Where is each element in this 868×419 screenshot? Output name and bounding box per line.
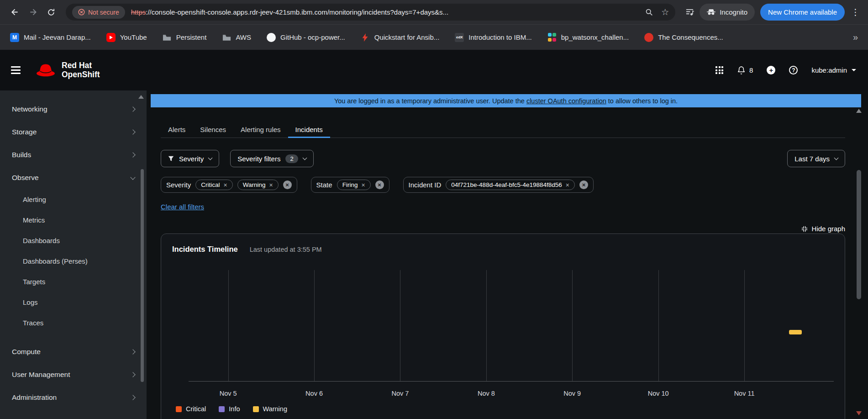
bookmark-bp-watsonx-challen[interactable]: bp_watsonx_challen...: [547, 33, 629, 42]
sidebar-item-dashboards[interactable]: Dashboards: [0, 230, 147, 251]
remove-chip-icon[interactable]: ×: [566, 182, 569, 188]
sidebar-item-networking[interactable]: Networking: [0, 98, 147, 121]
bookmark-the-consequences[interactable]: The Consequences...: [644, 33, 723, 42]
filter-chip-firing[interactable]: Firing×: [337, 180, 371, 190]
severity-filter-dropdown[interactable]: Severity: [161, 150, 219, 167]
forward-button[interactable]: [25, 4, 41, 21]
sidebar-item-logs[interactable]: Logs: [0, 292, 147, 313]
time-range-dropdown[interactable]: Last 7 days: [787, 150, 845, 167]
bookmark-quickstart-for-ansib[interactable]: Quickstart for Ansib...: [361, 33, 440, 42]
address-bar[interactable]: Not secure https://console-openshift-con…: [66, 4, 675, 21]
sidebar-item-traces[interactable]: Traces: [0, 313, 147, 333]
clear-filter-group-button[interactable]: ×: [579, 180, 588, 189]
sidebar-scrollbar-thumb[interactable]: [141, 169, 144, 382]
oauth-config-link[interactable]: cluster OAuth configuration: [526, 97, 606, 105]
bookmark-youtube[interactable]: YouTube: [106, 33, 147, 42]
tab-alerts[interactable]: Alerts: [161, 121, 193, 138]
masthead: Red Hat OpenShift 8 + ? kube:admin: [0, 50, 868, 90]
sidebar-item-user-management[interactable]: User Management: [0, 363, 147, 386]
sidebar-item-builds[interactable]: Builds: [0, 143, 147, 166]
remove-chip-icon[interactable]: ×: [269, 182, 273, 188]
bookmark-introduction-to-ibm[interactable]: edXIntroduction to IBM...: [455, 33, 531, 42]
x-tick-label: Nov 8: [478, 390, 495, 397]
brand-line-2: OpenShift: [62, 70, 100, 80]
sidebar-item-compute[interactable]: Compute: [0, 340, 147, 363]
hide-graph-button[interactable]: Hide graph: [161, 225, 845, 233]
filter-chip-04f721be-488d-4eaf-bfc5-4e19884f8d56[interactable]: 04f721be-488d-4eaf-bfc5-4e19884f8d56×: [446, 180, 575, 190]
brand-logo[interactable]: Red Hat OpenShift: [35, 61, 100, 79]
zoom-icon[interactable]: [645, 8, 653, 16]
bookmark-mail-jeevan-darap[interactable]: MMail - Jeevan Darap...: [10, 33, 91, 42]
media-controls-button[interactable]: [685, 8, 694, 16]
incognito-label: Incognito: [720, 8, 747, 16]
sidebar-item-alerting[interactable]: Alerting: [0, 189, 147, 210]
bookmark-label: Persistent: [176, 33, 207, 41]
clear-filter-group-button[interactable]: ×: [283, 180, 292, 189]
help-icon[interactable]: ?: [789, 66, 798, 74]
sidebar-item-storage[interactable]: Storage: [0, 121, 147, 143]
clear-filter-group-button[interactable]: ×: [375, 180, 384, 189]
gridline: [744, 270, 745, 381]
sidebar-item-metrics[interactable]: Metrics: [0, 210, 147, 230]
tab-silences[interactable]: Silences: [193, 121, 233, 138]
bookmark-github-ocp-power[interactable]: GitHub - ocp-power...: [267, 33, 345, 42]
sidebar-item-observe[interactable]: Observe: [0, 166, 147, 189]
scroll-up-icon[interactable]: [856, 109, 862, 113]
remove-chip-icon[interactable]: ×: [361, 182, 365, 188]
sidebar-item-label: Compute: [12, 348, 41, 356]
filter-group-label: Incident ID: [409, 181, 442, 189]
severity-filters-dropdown[interactable]: Severity filters 2: [230, 150, 313, 167]
bookmark-aws[interactable]: AWS: [222, 33, 251, 42]
tab-alerting-rules[interactable]: Alerting rules: [233, 121, 288, 138]
gmail-icon: M: [10, 33, 19, 42]
lightning-icon: [361, 33, 370, 42]
scroll-down-icon[interactable]: [856, 411, 862, 415]
not-secure-icon: [78, 9, 85, 16]
back-button[interactable]: [6, 4, 23, 21]
legend-item-critical: Critical: [176, 405, 206, 413]
legend-item-info: Info: [219, 405, 240, 413]
bookmark-star-icon[interactable]: ☆: [661, 8, 669, 16]
filter-group-label: State: [316, 181, 332, 189]
legend-item-warning: Warning: [253, 405, 287, 413]
main-scrollbar-thumb[interactable]: [857, 170, 861, 299]
app-launcher-icon[interactable]: [715, 66, 723, 74]
browser-menu-icon[interactable]: ⋮: [851, 7, 860, 17]
chevron-down-icon: [302, 156, 307, 160]
forward-arrow-icon: [28, 7, 38, 17]
sidebar-item-targets[interactable]: Targets: [0, 271, 147, 292]
chart-legend: CriticalInfoWarning: [176, 405, 834, 413]
filter-chip-warning[interactable]: Warning×: [237, 180, 279, 190]
sidebar-item-label: Storage: [12, 128, 37, 136]
chevron-right-icon: [130, 395, 135, 400]
bookmarks-overflow-icon[interactable]: »: [853, 32, 858, 42]
sidebar-scroll-up-icon[interactable]: [138, 95, 144, 99]
filter-chip-critical[interactable]: Critical×: [195, 180, 232, 190]
gridline: [314, 270, 315, 381]
clear-all-filters-link[interactable]: Clear all filters: [161, 203, 204, 211]
gridline: [400, 270, 400, 381]
remove-chip-icon[interactable]: ×: [223, 182, 227, 188]
quick-create-icon[interactable]: +: [767, 66, 775, 74]
security-chip[interactable]: Not secure: [72, 6, 125, 19]
banner-text-suffix: to allow others to log in.: [608, 97, 678, 105]
main-content: You are logged in as a temporary adminis…: [147, 90, 868, 419]
chevron-down-icon: [208, 156, 213, 160]
security-label: Not secure: [88, 9, 119, 16]
sidebar-item-administration[interactable]: Administration: [0, 386, 147, 409]
bookmark-persistent[interactable]: Persistent: [163, 33, 207, 42]
update-chrome-button[interactable]: New Chrome available: [760, 4, 845, 21]
back-arrow-icon: [10, 7, 20, 17]
sidebar-item-dashboards-perses[interactable]: Dashboards (Perses): [0, 251, 147, 271]
sidebar-item-label: Administration: [12, 393, 57, 402]
chart-title: Incidents Timeline: [172, 245, 238, 254]
incident-bar-warning[interactable]: [789, 330, 802, 334]
tab-incidents[interactable]: Incidents: [288, 121, 330, 138]
notifications-button[interactable]: 8: [737, 66, 753, 75]
filter-icon: [168, 156, 174, 162]
user-menu[interactable]: kube:admin: [811, 66, 856, 74]
media-controls-icon: [685, 8, 694, 16]
nav-toggle-icon[interactable]: [11, 66, 21, 74]
reload-button[interactable]: [43, 4, 59, 21]
sidebar-item-label: Networking: [12, 105, 47, 113]
